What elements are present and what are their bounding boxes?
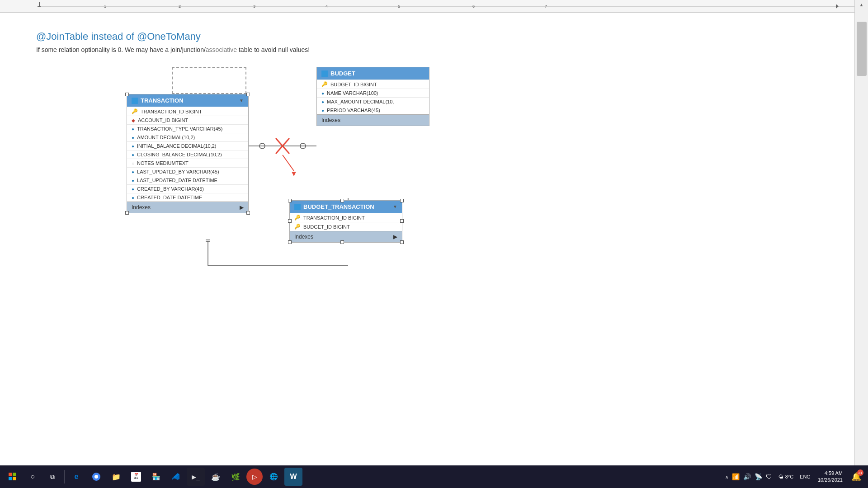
ruler: 1 2 3 4 5 6 7 bbox=[0, 0, 854, 13]
explorer-button[interactable]: 📁 bbox=[107, 468, 125, 486]
budget-transaction-table-header: BUDGET_TRANSACTION ▼ bbox=[290, 201, 402, 213]
field-notes: ○ NOTES MEDIUMTEXT bbox=[127, 159, 248, 167]
table-icon bbox=[294, 204, 301, 210]
edge-button[interactable]: e bbox=[67, 468, 85, 486]
svg-point-2 bbox=[259, 143, 265, 149]
system-tray: ∧ 📶 🔊 📡 🛡 bbox=[723, 473, 774, 480]
weather-temp: 8°C bbox=[785, 474, 793, 479]
circle-empty-icon: ○ bbox=[132, 161, 134, 166]
field-created-date: ● CREATED_DATE DATETIME bbox=[127, 193, 248, 202]
field-last-updated-by: ● LAST_UPDATED_BY VARCHAR(45) bbox=[127, 167, 248, 176]
svg-rect-19 bbox=[9, 477, 12, 480]
wifi-bars-icon[interactable]: 📡 bbox=[755, 473, 762, 480]
circle-icon: ● bbox=[132, 135, 134, 140]
svg-marker-7 bbox=[292, 172, 296, 176]
budget-transaction-table: BUDGET_TRANSACTION ▼ 🔑 TRANSACTION_ID BI… bbox=[289, 200, 402, 243]
store-button[interactable]: 🏪 bbox=[147, 468, 165, 486]
start-button[interactable] bbox=[4, 468, 22, 486]
handle-bl bbox=[288, 240, 292, 244]
ruler-mark-5: 5 bbox=[398, 4, 400, 9]
indexes-arrow: ▶ bbox=[393, 234, 397, 240]
svg-rect-17 bbox=[9, 473, 12, 476]
document-area: 1 2 3 4 5 6 7 @JoinTable instead of @One… bbox=[0, 0, 854, 465]
time-display: 4:59 AM bbox=[818, 470, 843, 477]
circle-icon: ● bbox=[132, 178, 134, 183]
field-bt-transaction-id: 🔑 TRANSACTION_ID BIGINT bbox=[290, 213, 402, 222]
notification-button[interactable]: 🔔 21 bbox=[848, 469, 864, 485]
handle-tl bbox=[288, 199, 292, 202]
handle-br bbox=[400, 240, 404, 244]
handle-bm bbox=[340, 240, 344, 244]
circle-icon: ● bbox=[321, 91, 324, 96]
handle-tr bbox=[246, 93, 250, 96]
table-icon bbox=[132, 98, 138, 104]
key-icon: 🔑 bbox=[294, 215, 301, 221]
language-indicator[interactable]: ENG bbox=[798, 474, 812, 479]
terminal-button[interactable]: ▶_ bbox=[187, 468, 205, 486]
transaction-table-header: TRANSACTION ▼ bbox=[127, 94, 248, 107]
field-amount: ● AMOUNT DECIMAL(10,2) bbox=[127, 133, 248, 141]
svg-rect-18 bbox=[13, 473, 16, 476]
budget-indexes[interactable]: Indexes bbox=[317, 114, 429, 126]
chrome-button[interactable] bbox=[87, 468, 105, 486]
search-button[interactable]: ○ bbox=[24, 468, 42, 486]
word-button[interactable]: W bbox=[284, 468, 302, 486]
circle-icon: ● bbox=[321, 108, 324, 113]
handle-tr bbox=[400, 199, 404, 202]
task-view-button[interactable]: ⧉ bbox=[43, 468, 61, 486]
scrollbar-thumb[interactable] bbox=[857, 22, 867, 76]
calendar-button[interactable]: 📅 31 bbox=[127, 468, 145, 486]
java-button[interactable]: ☕ bbox=[207, 468, 225, 486]
field-budget-id: 🔑 BUDGET_ID BIGINT bbox=[317, 80, 429, 89]
circle-icon: ● bbox=[132, 127, 134, 131]
network-icon[interactable]: 📶 bbox=[732, 473, 740, 480]
transaction-table: TRANSACTION ▼ 🔑 TRANSACTION_ID BIGINT ◆ … bbox=[127, 94, 249, 213]
dashed-box bbox=[172, 67, 246, 94]
budget-table-header: BUDGET bbox=[317, 67, 429, 80]
field-account-id: ◆ ACCOUNT_ID BIGINT bbox=[127, 116, 248, 124]
field-max-amount: ● MAX_AMOUNT DECIMAL(10, bbox=[317, 97, 429, 106]
vscode-button[interactable] bbox=[167, 468, 185, 486]
handle-ml bbox=[288, 219, 292, 223]
circle-icon: ● bbox=[132, 144, 134, 149]
browser2-button[interactable]: 🌐 bbox=[264, 468, 283, 486]
field-last-updated-date: ● LAST_UPDATED_DATE DATETIME bbox=[127, 176, 248, 184]
diamond-icon: ◆ bbox=[132, 118, 135, 123]
budget-transaction-indexes[interactable]: Indexes ▶ bbox=[290, 231, 402, 242]
circle-icon: ● bbox=[132, 187, 134, 192]
media-button[interactable]: ▷ bbox=[246, 469, 263, 485]
handle-tm bbox=[340, 199, 344, 202]
clock[interactable]: 4:59 AM 10/26/2021 bbox=[814, 470, 846, 484]
ruler-mark-2: 2 bbox=[179, 4, 181, 9]
erd-diagram: TRANSACTION ▼ 🔑 TRANSACTION_ID BIGINT ◆ … bbox=[127, 67, 443, 284]
field-initial-balance: ● INITIAL_BALANCE DECIMAL(10,2) bbox=[127, 141, 248, 150]
svg-rect-20 bbox=[13, 477, 16, 480]
dropdown-icon[interactable]: ▼ bbox=[239, 98, 244, 103]
ruler-mark-7: 7 bbox=[545, 4, 547, 9]
field-created-by: ● CREATED_BY VARCHAR(45) bbox=[127, 184, 248, 193]
volume-icon[interactable]: 🔊 bbox=[743, 473, 751, 480]
ruler-mark-6: 6 bbox=[472, 4, 475, 9]
dropdown-icon[interactable]: ▼ bbox=[393, 204, 397, 209]
table-icon bbox=[321, 70, 328, 77]
field-closing-balance: ● CLOSING_BALANCE DECIMAL(10,2) bbox=[127, 150, 248, 159]
circle-icon: ● bbox=[132, 152, 134, 157]
transaction-indexes[interactable]: Indexes ▶ bbox=[127, 202, 248, 213]
key-icon: 🔑 bbox=[132, 108, 138, 114]
notification-badge: 21 bbox=[857, 469, 863, 476]
indexes-arrow: ▶ bbox=[240, 204, 244, 211]
scroll-up[interactable]: ▲ bbox=[857, 1, 867, 8]
scrollbar[interactable]: ▲ bbox=[854, 0, 868, 465]
content-area: @JoinTable instead of @OneToMany If some… bbox=[0, 13, 854, 465]
ruler-mark-3: 3 bbox=[253, 4, 255, 9]
separator bbox=[64, 470, 65, 483]
security-icon[interactable]: 🛡 bbox=[766, 473, 772, 480]
svg-point-22 bbox=[94, 475, 98, 479]
field-bt-budget-id: 🔑 BUDGET_ID BIGINT bbox=[290, 222, 402, 231]
spring-button[interactable]: 🌿 bbox=[226, 468, 245, 486]
weather-widget[interactable]: 🌤 8°C bbox=[776, 474, 796, 479]
chevron-icon[interactable]: ∧ bbox=[725, 474, 728, 479]
page-title: @JoinTable instead of @OneToMany bbox=[36, 31, 818, 42]
circle-icon: ● bbox=[321, 99, 324, 104]
taskbar: ○ ⧉ e 📁 📅 31 🏪 ▶_ ☕ 🌿 ▷ 🌐 W ∧ 📶 🔊 📡 🛡 bbox=[0, 465, 868, 488]
